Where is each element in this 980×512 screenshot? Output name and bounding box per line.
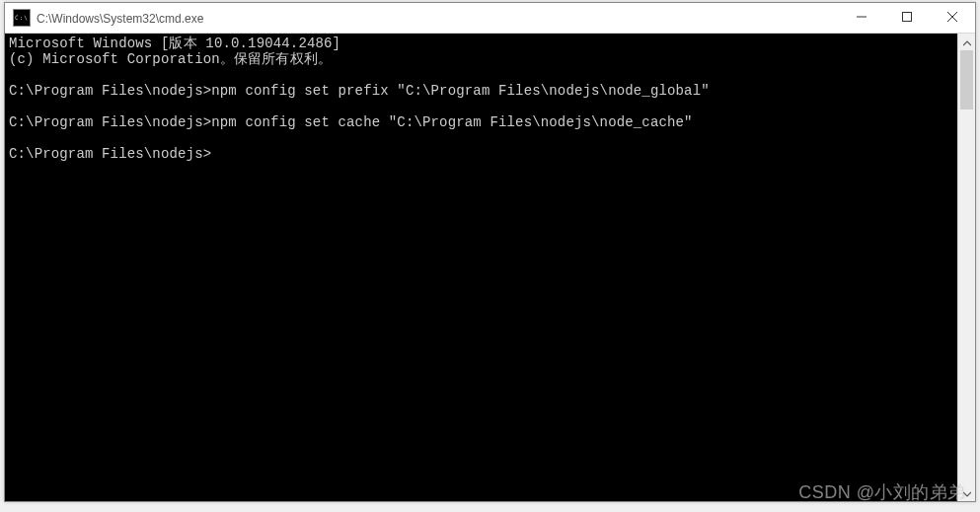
vertical-scrollbar[interactable] (957, 34, 975, 501)
client-area: Microsoft Windows [版本 10.0.19044.2486] (… (5, 34, 975, 501)
window-titlebar[interactable]: C:\ C:\Windows\System32\cmd.exe (5, 3, 975, 34)
chevron-down-icon (963, 484, 971, 502)
terminal-line: (c) Microsoft Corporation。保留所有权利。 (9, 51, 332, 67)
scroll-thumb[interactable] (960, 50, 973, 110)
terminal-output[interactable]: Microsoft Windows [版本 10.0.19044.2486] (… (5, 34, 957, 501)
terminal-line: C:\Program Files\nodejs>npm config set c… (9, 114, 693, 130)
window-controls (839, 3, 975, 33)
cmd-icon: C:\ (13, 9, 31, 27)
terminal-cursor (212, 148, 219, 162)
scroll-up-button[interactable] (958, 34, 975, 50)
maximize-button[interactable] (884, 3, 930, 33)
minimize-button[interactable] (839, 3, 884, 33)
cmd-window: C:\ C:\Windows\System32\cmd.exe Microsof… (4, 2, 976, 502)
scroll-track[interactable] (958, 50, 975, 484)
chevron-up-icon (963, 34, 971, 51)
terminal-line: C:\Program Files\nodejs> (9, 146, 211, 162)
scroll-down-button[interactable] (958, 484, 975, 501)
minimize-icon (857, 11, 867, 25)
terminal-line: Microsoft Windows [版本 10.0.19044.2486] (9, 36, 340, 51)
close-button[interactable] (930, 3, 975, 33)
terminal-line: C:\Program Files\nodejs>npm config set p… (9, 83, 710, 99)
maximize-icon (902, 11, 912, 25)
svg-rect-1 (903, 13, 912, 22)
window-title: C:\Windows\System32\cmd.exe (37, 11, 839, 26)
close-icon (947, 11, 957, 25)
